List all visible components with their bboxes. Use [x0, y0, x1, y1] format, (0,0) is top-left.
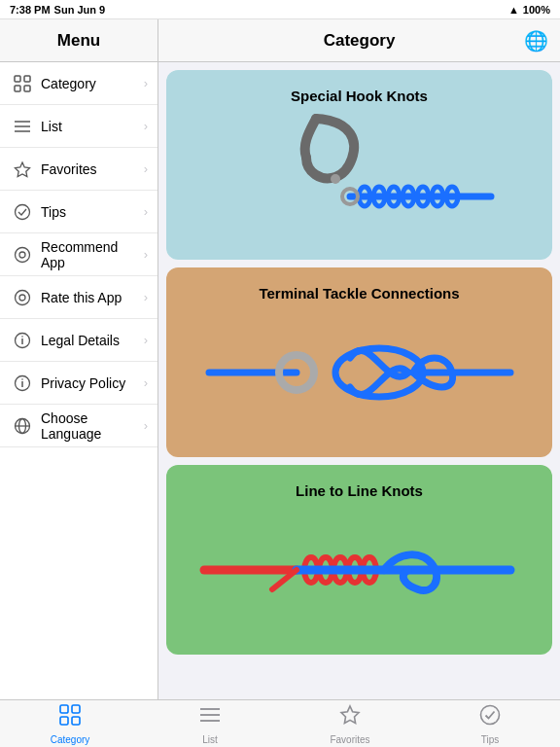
- tab-tips-icon: [478, 703, 502, 732]
- line-knots-svg: [199, 497, 520, 643]
- hook-knots-image: Special Hook Knots: [166, 70, 552, 260]
- chevron-icon-category: ›: [144, 76, 148, 90]
- tab-favorites-icon: [338, 703, 362, 732]
- sidebar-item-legal[interactable]: Legal Details ›: [0, 319, 158, 362]
- svg-point-9: [16, 247, 30, 262]
- privacy-icon: [12, 373, 33, 394]
- nav-menu-title: Menu: [0, 19, 158, 61]
- sidebar-item-tips[interactable]: Tips ›: [0, 191, 158, 233]
- tips-icon: [12, 201, 33, 223]
- terminal-tackle-image: Terminal Tackle Connections: [166, 267, 552, 457]
- svg-marker-51: [341, 706, 359, 724]
- legal-icon: [12, 330, 33, 351]
- tab-category-icon: [58, 703, 82, 732]
- tab-list-icon: [198, 703, 222, 732]
- chevron-icon-privacy: ›: [144, 375, 148, 390]
- sidebar-item-recommend[interactable]: Recommend App ›: [0, 233, 158, 276]
- tab-favorites-label: Favorites: [330, 734, 369, 745]
- card-hook-knots[interactable]: Special Hook Knots: [166, 70, 552, 260]
- hook-knot-svg: [199, 99, 520, 250]
- battery-icon: 100%: [523, 4, 550, 16]
- line-knots-title: Line to Line Knots: [166, 473, 552, 505]
- list-icon: [12, 116, 33, 137]
- svg-rect-1: [15, 86, 20, 91]
- sidebar-item-category[interactable]: Category ›: [0, 62, 158, 105]
- tab-category[interactable]: Category: [0, 700, 140, 747]
- sidebar-label-recommend: Recommend App: [41, 239, 144, 270]
- status-bar: 7:38 PM Sun Jun 9 ▲ 100%: [0, 0, 560, 19]
- sidebar-label-language: Choose Language: [41, 410, 144, 442]
- globe-icon[interactable]: 🌐: [524, 29, 548, 53]
- language-icon: [12, 415, 33, 437]
- tab-favorites[interactable]: Favorites: [280, 700, 420, 747]
- tab-list-label: List: [202, 734, 218, 745]
- card-line-knots[interactable]: Line to Line Knots: [166, 465, 552, 655]
- sidebar-label-legal: Legal Details: [41, 333, 144, 348]
- sidebar-item-favorites[interactable]: Favorites ›: [0, 148, 158, 191]
- recommend-icon: [12, 244, 33, 266]
- svg-rect-47: [72, 717, 80, 725]
- svg-point-22: [331, 174, 340, 184]
- svg-point-12: [19, 295, 25, 301]
- sidebar-item-rate[interactable]: Rate this App ›: [0, 276, 158, 319]
- tab-tips[interactable]: Tips: [420, 700, 560, 747]
- chevron-icon-legal: ›: [144, 333, 148, 347]
- terminal-tackle-svg: [199, 300, 520, 445]
- nav-bar: Menu Category 🌐: [0, 19, 560, 62]
- nav-category-section: Category 🌐: [158, 31, 560, 51]
- rate-icon: [12, 287, 33, 308]
- sidebar-label-category: Category: [41, 76, 144, 91]
- svg-rect-46: [72, 705, 80, 713]
- svg-point-10: [19, 252, 25, 258]
- svg-marker-7: [16, 162, 30, 177]
- chevron-icon-rate: ›: [144, 290, 148, 304]
- line-knots-image: Line to Line Knots: [166, 465, 552, 655]
- svg-point-8: [16, 204, 30, 219]
- sidebar-label-rate: Rate this App: [41, 290, 144, 305]
- chevron-icon-language: ›: [144, 418, 148, 433]
- svg-rect-44: [60, 705, 68, 713]
- svg-point-15: [21, 336, 23, 338]
- chevron-icon-tips: ›: [144, 204, 148, 219]
- chevron-icon-recommend: ›: [144, 247, 148, 262]
- status-right: ▲ 100%: [508, 4, 550, 16]
- content-area: Special Hook Knots: [158, 62, 560, 699]
- sidebar-item-privacy[interactable]: Privacy Policy ›: [0, 362, 158, 405]
- svg-point-52: [481, 705, 500, 724]
- status-day: Sun Jun 9: [54, 4, 106, 16]
- svg-rect-3: [24, 86, 30, 91]
- main-content: Category › List › Favorites › Tips ›: [0, 62, 560, 699]
- sidebar: Category › List › Favorites › Tips ›: [0, 62, 158, 699]
- hook-knots-title: Special Hook Knots: [166, 78, 552, 110]
- tab-tips-label: Tips: [481, 734, 500, 745]
- terminal-tackle-title: Terminal Tackle Connections: [166, 275, 552, 307]
- tab-bar: Category List Favorites Tips: [0, 699, 560, 747]
- category-icon: [12, 73, 33, 94]
- status-time: 7:38 PM: [10, 4, 51, 16]
- status-left: 7:38 PM Sun Jun 9: [10, 4, 105, 16]
- svg-point-11: [16, 290, 30, 304]
- sidebar-label-privacy: Privacy Policy: [41, 375, 144, 391]
- tab-category-label: Category: [51, 734, 90, 745]
- card-terminal-tackle[interactable]: Terminal Tackle Connections: [166, 267, 552, 457]
- svg-rect-2: [24, 76, 30, 82]
- favorites-icon: [12, 159, 33, 180]
- nav-category-title: Category: [324, 31, 396, 51]
- tab-list[interactable]: List: [140, 700, 280, 747]
- sidebar-label-tips: Tips: [41, 204, 144, 220]
- svg-rect-0: [15, 76, 20, 82]
- sidebar-label-favorites: Favorites: [41, 161, 144, 177]
- svg-rect-45: [60, 717, 68, 725]
- sidebar-item-language[interactable]: Choose Language ›: [0, 405, 158, 447]
- wifi-icon: ▲: [508, 4, 519, 16]
- svg-point-18: [21, 378, 23, 380]
- chevron-icon-favorites: ›: [144, 161, 148, 176]
- sidebar-label-list: List: [41, 119, 144, 134]
- chevron-icon-list: ›: [144, 119, 148, 133]
- sidebar-item-list[interactable]: List ›: [0, 105, 158, 148]
